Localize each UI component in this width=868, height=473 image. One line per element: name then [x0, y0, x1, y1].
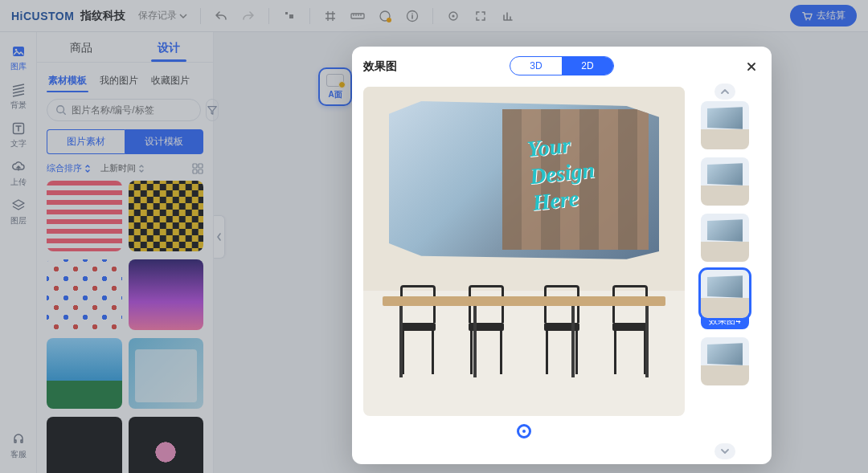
preview-image: Your Design Here — [363, 87, 685, 416]
view-segment: 3D 2D — [510, 56, 614, 75]
preview-modal: 效果图 3D 2D Your Design Here — [352, 47, 772, 464]
preview-thumb[interactable] — [701, 337, 749, 385]
pager-dot-icon — [517, 424, 531, 438]
close-icon — [746, 61, 757, 72]
thumbs-next-button[interactable] — [714, 443, 735, 459]
preview-thumb-selected[interactable]: 效果图4 — [701, 270, 749, 329]
preview-thumb[interactable] — [701, 214, 749, 262]
chevron-up-icon — [720, 88, 730, 96]
preview-thumb[interactable] — [701, 101, 749, 149]
design-placeholder-text: Your Design Here — [526, 129, 599, 217]
seg-3d[interactable]: 3D — [510, 57, 562, 75]
preview-thumb-list: 效果图4 — [694, 87, 755, 456]
modal-title: 效果图 — [363, 59, 397, 74]
preview-thumb[interactable] — [701, 270, 749, 318]
seg-2d[interactable]: 2D — [562, 57, 613, 75]
preview-thumb[interactable] — [701, 157, 749, 206]
close-button[interactable] — [743, 58, 760, 75]
preview-pager[interactable] — [363, 424, 685, 438]
thumbs-prev-button[interactable] — [714, 84, 735, 100]
chevron-down-icon — [720, 447, 730, 455]
